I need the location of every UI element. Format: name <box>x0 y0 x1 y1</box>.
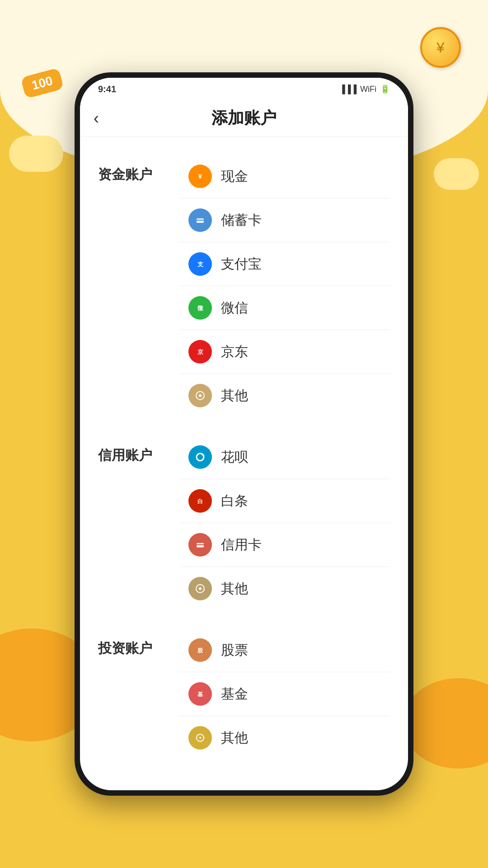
list-item[interactable]: 京 京东 <box>179 330 390 374</box>
credit-label: 信用卡 <box>221 536 262 554</box>
list-item[interactable]: 花呗 <box>179 435 390 479</box>
phone-frame: 9:41 ▐▐▐ WiFi 🔋 ‹ 添加账户 资金账户 <box>75 72 413 796</box>
jd-label: 京东 <box>221 343 248 361</box>
phone-screen: 9:41 ▐▐▐ WiFi 🔋 ‹ 添加账户 资金账户 <box>80 78 408 790</box>
list-item[interactable]: 微 微信 <box>179 286 390 330</box>
invest-section: 投资账户 股 股票 <box>80 619 408 769</box>
signal-icon: ▐▐▐ <box>339 85 357 94</box>
fund-items: ¥ 现金 <box>179 155 390 417</box>
savings-icon <box>188 208 212 232</box>
svg-point-30 <box>199 737 201 739</box>
credit-section: 信用账户 花呗 <box>80 426 408 619</box>
wechat-icon: 微 <box>188 296 212 320</box>
other-fund-label: 其他 <box>221 387 248 405</box>
credit-section-label: 信用账户 <box>98 435 179 465</box>
coin-decoration-top-right: ¥ <box>420 27 461 68</box>
cash-icon: ¥ <box>188 165 212 188</box>
list-item[interactable]: ¥ 现金 <box>179 155 390 198</box>
fund-icon: 基 <box>188 682 212 706</box>
page-title: 添加账户 <box>211 107 277 129</box>
page-header: ‹ 添加账户 <box>80 100 408 137</box>
svg-text:基: 基 <box>197 691 203 698</box>
invest-section-label: 投资账户 <box>98 628 179 658</box>
svg-text:京: 京 <box>197 349 204 355</box>
cloud-left-decoration <box>9 136 63 172</box>
other-credit-icon <box>188 577 212 600</box>
invest-items: 股 股票 基 基金 <box>179 628 390 760</box>
list-item[interactable]: 储蓄卡 <box>179 198 390 242</box>
other-invest-icon <box>188 726 212 750</box>
alipay-icon: 支 <box>188 252 212 276</box>
list-item[interactable]: 其他 <box>179 567 390 610</box>
huabei-icon <box>188 445 212 469</box>
baitiao-label: 白条 <box>221 492 248 510</box>
svg-text:股: 股 <box>197 647 203 654</box>
other-credit-label: 其他 <box>221 580 248 598</box>
credit-items: 花呗 白 白条 <box>179 435 390 610</box>
list-item[interactable]: 白 白条 <box>179 479 390 523</box>
list-item[interactable]: 支 支付宝 <box>179 242 390 286</box>
list-item[interactable]: 基 基金 <box>179 672 390 716</box>
status-icons: ▐▐▐ WiFi 🔋 <box>339 84 390 94</box>
stock-icon: 股 <box>188 638 212 662</box>
other-invest-label: 其他 <box>221 729 248 747</box>
svg-text:白: 白 <box>197 498 203 505</box>
other-fund-icon <box>188 384 212 407</box>
huabei-label: 花呗 <box>221 448 248 467</box>
svg-point-23 <box>199 587 202 590</box>
list-item[interactable]: 其他 <box>179 374 390 417</box>
hill-right-decoration <box>402 678 488 769</box>
fund-section-label: 资金账户 <box>98 155 179 184</box>
credit-card-icon <box>188 533 212 557</box>
svg-text:¥: ¥ <box>198 173 202 180</box>
svg-rect-20 <box>197 544 204 545</box>
fund-label: 基金 <box>221 685 248 703</box>
list-item[interactable]: 其他 <box>179 716 390 760</box>
alipay-label: 支付宝 <box>221 255 262 274</box>
battery-icon: 🔋 <box>380 84 390 94</box>
baitiao-icon: 白 <box>188 489 212 513</box>
back-button[interactable]: ‹ <box>94 109 99 128</box>
list-item[interactable]: 信用卡 <box>179 523 390 567</box>
stock-label: 股票 <box>221 641 248 660</box>
wechat-label: 微信 <box>221 299 248 317</box>
content-area: 资金账户 ¥ 现金 <box>80 137 408 790</box>
status-time: 9:41 <box>98 84 116 94</box>
svg-point-13 <box>199 394 202 397</box>
cash-label: 现金 <box>221 167 248 186</box>
fund-section: 资金账户 ¥ 现金 <box>80 146 408 426</box>
jd-icon: 京 <box>188 340 212 363</box>
svg-text:微: 微 <box>197 305 204 311</box>
svg-rect-4 <box>197 220 204 221</box>
cloud-right-decoration <box>434 158 479 190</box>
list-item[interactable]: 股 股票 <box>179 628 390 672</box>
wifi-icon: WiFi <box>360 85 376 94</box>
status-bar: 9:41 ▐▐▐ WiFi 🔋 <box>80 78 408 100</box>
svg-text:支: 支 <box>197 261 204 268</box>
savings-label: 储蓄卡 <box>221 211 262 230</box>
